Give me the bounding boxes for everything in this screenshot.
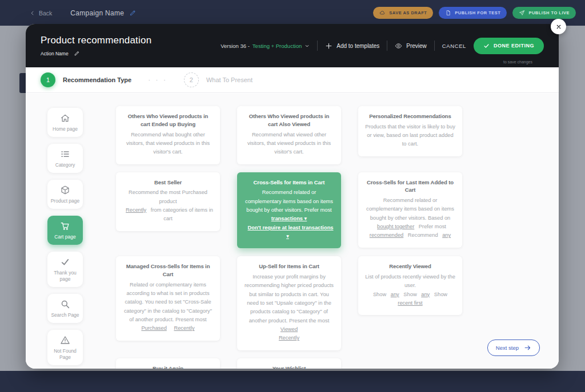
card-description: Increase your profit margins by recommen… [243,273,335,343]
card-option-link[interactable]: recent first [398,300,422,306]
sidebar-item-label: Not Found Page [49,348,81,361]
recommendation-card[interactable]: Cross-Sells for Last Item Added to CartR… [358,172,462,248]
step-2-label: What To Present [206,76,253,83]
publish-for-test-button[interactable]: PUBLISH FOR TEST [439,7,507,19]
recommendation-grid: Others Who Viewed products in cart Ended… [116,106,466,369]
card-description: List of products recently viewed by the … [364,273,456,308]
preview-button[interactable]: Preview [395,42,427,50]
topbar-actions: SAVE AS DRAFT PUBLISH FOR TEST PUBLISH T… [373,7,576,19]
sidebar-item-label: Home page [53,126,78,132]
step-1-label: Recommendation Type [63,76,131,83]
card-option-link[interactable]: any [442,232,451,238]
done-editing-button[interactable]: DONE EDITING [474,38,544,54]
card-option-link[interactable]: bought together [377,224,414,229]
card-title: Buy it Again [122,365,214,369]
check-icon [60,257,70,267]
eye-icon [395,42,402,50]
done-editing-hint: to save changes [503,60,532,64]
chevron-left-icon [30,10,35,16]
card-title: Cross-Sells for Last Item Added to Cart [364,179,456,195]
card-option-link[interactable]: Purchased [141,325,166,331]
sidebar-item-thank-you-page[interactable]: Thank you page [47,252,83,287]
edit-action-name-icon[interactable] [74,50,80,56]
add-to-templates-button[interactable]: Add to templates [325,42,379,50]
sidebar-item-category[interactable]: Category [47,144,83,173]
divider [387,41,387,51]
save-as-draft-button[interactable]: SAVE AS DRAFT [373,7,433,19]
recommendation-card[interactable]: Others Who Viewed products in cart Ended… [116,106,220,164]
steps-separator: · · · [148,76,167,84]
steps-bar: 1 Recommendation Type · · · 2 What To Pr… [26,67,559,93]
sidebar-item-label: Product page [51,198,80,204]
card-option-link[interactable]: Recently [126,207,146,213]
card-option-link[interactable]: recommended [370,232,403,238]
recommendation-card[interactable]: Buy it AgainList of products the visitor… [116,358,220,369]
card-description: Recommend the most Purchased product Rec… [122,188,214,223]
close-icon [555,23,562,30]
card-option-link[interactable]: any [391,292,399,297]
recommendation-card[interactable]: Up-Sell for Items in CartIncrease your p… [237,256,341,350]
campaign-name: Campaign Name [70,9,137,17]
recommendation-card[interactable]: Managed Cross-Sells for Items in CartRel… [116,256,220,341]
card-option-link[interactable]: Recently [174,325,194,331]
back-label: Back [39,10,52,17]
cancel-button[interactable]: CANCEL [442,43,466,49]
plus-icon [325,42,332,50]
search-icon [60,299,70,309]
close-modal-button[interactable] [551,19,566,34]
sidebar-item-product-page[interactable]: Product page [47,180,83,209]
page-type-sidebar: Home pageCategoryProduct pageCart pageTh… [47,108,83,365]
back-button[interactable]: Back [30,10,52,17]
sidebar-item-label: Cart page [54,234,75,240]
product-recommendation-modal: Product recommendation Action Name Versi… [26,24,559,369]
cart-icon [60,221,70,231]
card-description: Products that the visitor is likely to b… [364,123,456,149]
step-1-circle: 1 [41,72,55,87]
bottom-bar [0,371,585,392]
publish-to-live-button[interactable]: PUBLISH TO LIVE [512,7,576,19]
card-title: Cross-Sells for Items in Cart [243,179,335,187]
modal-title: Product recommendation [41,35,151,46]
sidebar-item-home-page[interactable]: Home page [47,108,83,137]
card-option-dropdown[interactable]: Don't require at least transactions ▾ [248,225,334,239]
recommendation-card[interactable]: Your WishlistProducts from Personyze vis… [237,358,341,369]
cloud-icon [379,10,386,16]
chevron-down-icon [304,43,310,49]
sidebar-item-cart-page[interactable]: Cart page [47,216,83,245]
card-option-link[interactable]: Viewed [281,326,298,332]
cube-icon [60,185,70,195]
document-icon [445,10,451,16]
card-option-link[interactable]: Recently [279,335,299,341]
warning-icon [60,335,70,345]
recommendation-card[interactable]: Others Who Viewed products in cart Also … [237,106,341,164]
card-description: Recommend what viewed other visitors, th… [243,131,335,157]
sidebar-item-label: Thank you page [49,270,81,282]
version-selector[interactable]: Version 36 - Testing + Production [221,43,310,49]
check-icon [483,43,490,49]
step-2-circle[interactable]: 2 [184,72,199,87]
divider [317,41,318,51]
recommendation-card[interactable]: Recently ViewedList of products recently… [358,256,462,315]
sidebar-item-not-found-page[interactable]: Not Found Page [47,330,83,365]
card-title: Others Who Viewed products in cart Ended… [122,112,214,128]
next-step-button[interactable]: Next step [487,340,540,356]
card-title: Best Seller [122,179,214,187]
card-description: Recommend what bought other visitors, th… [122,131,214,157]
card-option-link[interactable]: any [421,292,430,297]
card-title: Managed Cross-Sells for Items in Cart [122,262,214,278]
card-title: Others Who Viewed products in cart Also … [243,112,335,128]
card-title: Recently Viewed [364,262,456,270]
card-title: Personalized Recommendations [364,112,456,120]
sidebar-item-label: Search Page [51,312,79,318]
divider [434,41,435,51]
card-description: Recommend related or complementary items… [364,196,456,240]
sidebar-item-label: Category [55,162,75,168]
card-option-dropdown[interactable]: transactions ▾ [271,216,307,221]
edit-campaign-name-icon[interactable] [129,9,137,17]
recommendation-card[interactable]: Best SellerRecommend the most Purchased … [116,172,220,231]
card-description: Related or complementary items according… [122,281,214,333]
card-title: Up-Sell for Items in Cart [243,262,335,270]
recommendation-card[interactable]: Cross-Sells for Items in CartRecommend r… [237,172,341,249]
recommendation-card[interactable]: Personalized RecommendationsProducts tha… [358,106,462,156]
sidebar-item-search-page[interactable]: Search Page [47,294,83,323]
